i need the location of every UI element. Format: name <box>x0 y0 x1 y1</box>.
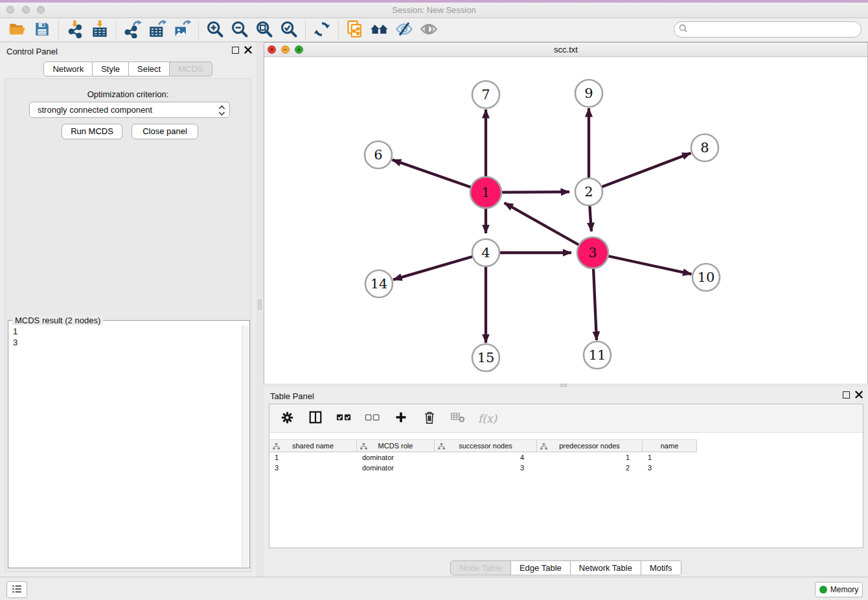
tab-edge-table[interactable]: Edge Table <box>511 560 571 575</box>
search-input[interactable] <box>691 23 861 36</box>
graph-node-label: 10 <box>698 270 715 285</box>
close-panel-icon[interactable] <box>244 46 252 56</box>
splitter-grip[interactable] <box>258 299 262 310</box>
column-header-shared-name[interactable]: shared name <box>269 439 357 452</box>
import-table-icon <box>91 20 109 40</box>
function-builder-button[interactable]: f(x) <box>478 410 497 427</box>
result-scrollbar[interactable] <box>242 326 249 567</box>
zoom-in-button[interactable] <box>203 20 227 41</box>
table-settings-button[interactable] <box>279 410 295 427</box>
export-network-button[interactable] <box>120 20 145 41</box>
column-header-name[interactable]: name <box>643 439 697 452</box>
delete-table-button[interactable] <box>450 410 466 427</box>
add-column-button[interactable] <box>393 410 409 427</box>
clone-network-button[interactable] <box>343 20 367 41</box>
close-panel-button[interactable]: Close panel <box>131 124 198 139</box>
zoom-selected-icon <box>280 20 298 40</box>
optimization-criterion-select[interactable]: strongly connected component <box>29 102 230 118</box>
graph-node-8[interactable]: 8 <box>691 134 718 161</box>
graph-node-7[interactable]: 7 <box>472 81 499 108</box>
graph-node-11[interactable]: 11 <box>584 341 611 369</box>
table-rows: 1dominator4113dominator323 <box>269 452 697 473</box>
show-graphics-details-button[interactable] <box>417 20 441 41</box>
mcds-result-line: 3 <box>13 337 17 348</box>
graph-node-14[interactable]: 14 <box>365 270 393 297</box>
list-icon <box>11 583 23 597</box>
graph-edge-4-14[interactable] <box>393 253 486 280</box>
export-image-button[interactable] <box>170 20 194 41</box>
tab-network-table[interactable]: Network Table <box>571 560 641 575</box>
network-window-titlebar: × − + scc.txt <box>264 43 867 57</box>
graph-node-6[interactable]: 6 <box>365 141 392 168</box>
tab-select[interactable]: Select <box>129 62 170 76</box>
table-cell[interactable]: 1 <box>537 452 643 463</box>
table-cell[interactable]: dominator <box>357 463 435 473</box>
apply-layout-button[interactable] <box>310 20 334 41</box>
show-columns-button[interactable] <box>307 410 324 427</box>
graph-node-15[interactable]: 15 <box>472 344 499 371</box>
export-table-button[interactable] <box>145 20 170 41</box>
table-cell[interactable]: 1 <box>269 452 357 463</box>
delete-table-icon <box>450 411 466 425</box>
run-mcds-button[interactable]: Run MCDS <box>62 124 122 139</box>
graph-node-label: 9 <box>584 86 593 101</box>
table-header-row: shared nameMCDS rolesuccessor nodesprede… <box>269 439 697 452</box>
graph-node-1[interactable]: 1 <box>470 177 501 208</box>
table-cell[interactable]: 3 <box>435 463 537 473</box>
close-panel-icon[interactable] <box>855 391 863 400</box>
zoom-out-button[interactable] <box>227 20 252 41</box>
open-session-button[interactable] <box>5 20 30 41</box>
graph-edge-2-8[interactable] <box>589 153 691 192</box>
export-network-icon <box>124 20 142 40</box>
graph-node-2[interactable]: 2 <box>575 178 602 205</box>
zoom-fit-button[interactable] <box>252 20 277 41</box>
hide-graphics-details-button[interactable] <box>392 20 417 41</box>
gear-icon <box>280 411 294 426</box>
delete-column-button[interactable] <box>421 410 438 427</box>
graph-node-10[interactable]: 10 <box>692 264 720 291</box>
tab-mcds[interactable]: MCDS <box>170 62 212 76</box>
network-graph[interactable]: 7968124314101511 <box>264 57 867 384</box>
table-row[interactable]: 1dominator411 <box>269 452 697 463</box>
save-session-button[interactable] <box>30 20 54 41</box>
vertical-splitter[interactable] <box>256 42 264 577</box>
deselect-all-button[interactable] <box>364 410 381 427</box>
workspace-area: × − + scc.txt 7968124314101511 Table Pan… <box>264 42 868 577</box>
import-network-icon <box>66 20 84 40</box>
table-cell[interactable]: 2 <box>537 463 643 473</box>
table-cell[interactable]: 3 <box>643 463 697 473</box>
float-panel-icon[interactable] <box>843 391 850 400</box>
column-header-predecessor-nodes[interactable]: predecessor nodes <box>537 439 643 452</box>
import-table-button[interactable] <box>87 20 112 41</box>
column-header-MCDS-role[interactable]: MCDS role <box>357 439 435 452</box>
status-bar: Memory <box>0 577 868 600</box>
float-panel-icon[interactable] <box>232 46 239 56</box>
graph-node-4[interactable]: 4 <box>472 239 499 266</box>
table-cell[interactable]: 3 <box>269 463 357 473</box>
zoom-selected-button[interactable] <box>277 20 301 41</box>
graph-node-label: 14 <box>371 276 388 292</box>
memory-button[interactable]: Memory <box>815 582 863 597</box>
mcds-result-line: 1 <box>13 326 17 337</box>
graph-node-label: 1 <box>481 185 490 200</box>
graph-node-9[interactable]: 9 <box>575 80 602 107</box>
first-neighbors-button[interactable] <box>367 20 392 41</box>
import-network-button[interactable] <box>63 20 87 41</box>
select-all-button[interactable] <box>336 410 352 427</box>
task-history-button[interactable] <box>6 581 27 598</box>
table-cell[interactable]: 1 <box>643 452 697 463</box>
optimization-criterion-label: Optimization criterion: <box>0 89 256 99</box>
tab-style[interactable]: Style <box>93 62 129 76</box>
column-header-successor-nodes[interactable]: successor nodes <box>435 439 537 452</box>
table-cell[interactable]: dominator <box>357 452 435 463</box>
tab-motifs[interactable]: Motifs <box>641 560 681 575</box>
search-box[interactable] <box>674 21 862 38</box>
graph-node-3[interactable]: 3 <box>577 237 608 268</box>
tab-network[interactable]: Network <box>43 62 93 76</box>
toolbar-separator <box>116 21 117 40</box>
network-window: × − + scc.txt 7968124314101511 <box>264 42 868 384</box>
refresh-icon <box>313 20 331 40</box>
table-row[interactable]: 3dominator323 <box>269 463 697 473</box>
table-cell[interactable]: 4 <box>435 452 537 463</box>
tab-node-table[interactable]: Node Table <box>450 560 511 575</box>
